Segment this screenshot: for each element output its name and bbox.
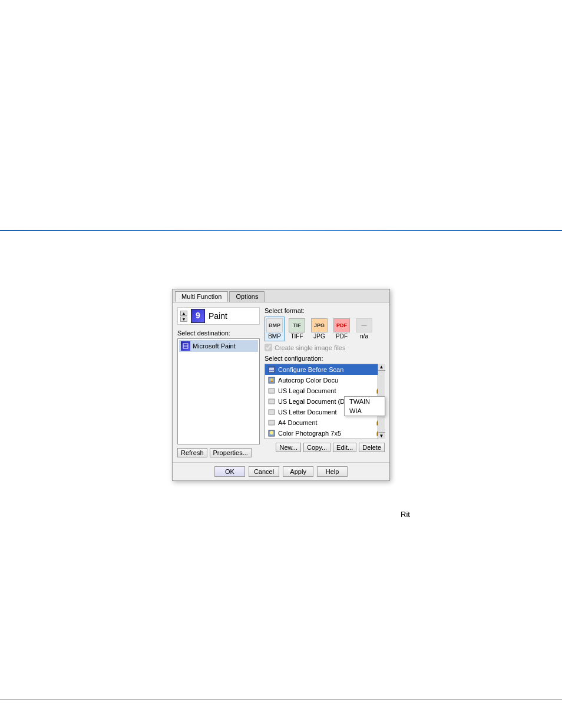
config-item-label-1: Autocrop Color Docu: [278, 377, 338, 384]
bottom-divider-line: [0, 699, 562, 700]
delete-button[interactable]: Delete: [359, 443, 385, 452]
na-label: n/a: [356, 333, 372, 340]
config-icon-6: [267, 429, 276, 437]
single-image-checkbox-row: Create single image files: [265, 344, 385, 351]
app-header: ▲ ▼ 9 Paint: [177, 307, 260, 325]
tiff-label: TIFF: [289, 333, 305, 340]
format-bmp-btn[interactable]: BMP BMP: [265, 317, 285, 341]
config-item-label-0: Configure Before Scan: [278, 366, 343, 373]
dropdown-twain[interactable]: TWAIN: [345, 397, 385, 406]
left-bottom-btns: Refresh Properties...: [177, 448, 260, 457]
svg-rect-10: [269, 389, 274, 393]
scroll-up-btn[interactable]: ▲: [378, 364, 385, 371]
format-section-label: Select format:: [265, 307, 385, 314]
dialog-wrapper: Multi Function Options ▲ ▼ 9 Paint Selec…: [172, 289, 390, 481]
new-button[interactable]: New...: [276, 443, 301, 452]
top-divider-line: [0, 230, 562, 231]
config-icon-0: [267, 365, 276, 374]
config-item-label-2: US Legal Document: [278, 387, 336, 394]
dialog-footer: OK Cancel Apply Help: [173, 462, 389, 480]
svg-rect-8: [270, 381, 273, 382]
config-item-label-4: US Letter Document: [278, 409, 337, 416]
config-list-container: Configure Before Scan Autocrop Color Do: [265, 364, 385, 439]
jpg-label: JPG: [311, 333, 328, 340]
svg-rect-3: [269, 368, 274, 369]
rit-label: Rit: [401, 510, 410, 519]
bmp-label: BMP: [266, 333, 283, 340]
svg-rect-16: [269, 410, 274, 414]
config-icon-3: [267, 397, 276, 406]
svg-point-7: [270, 378, 273, 381]
tab-options[interactable]: Options: [229, 291, 265, 302]
single-image-label: Create single image files: [275, 344, 345, 351]
svg-rect-4: [269, 370, 274, 371]
svg-rect-13: [269, 400, 274, 403]
jpg-icon: JPG: [311, 318, 328, 332]
right-panel: Select format: BMP BMP TIF TIFF JPG JPG: [265, 307, 385, 457]
config-item-5[interactable]: A4 Document: [265, 417, 384, 428]
dest-item-mspaint[interactable]: Microsoft Paint: [179, 340, 258, 352]
pdf-icon: PDF: [333, 318, 350, 332]
svg-rect-5: [269, 371, 274, 372]
config-icon-5: [267, 419, 276, 427]
config-section-label: Select configuration:: [265, 355, 385, 362]
tab-multi-function[interactable]: Multi Function: [175, 291, 228, 302]
arrow-up-btn[interactable]: ▲: [180, 311, 187, 316]
svg-rect-19: [269, 421, 274, 424]
app-arrows: ▲ ▼: [180, 311, 187, 322]
dialog-body: ▲ ▼ 9 Paint Select destination:: [173, 302, 389, 462]
refresh-button[interactable]: Refresh: [177, 448, 207, 457]
format-pdf-btn[interactable]: PDF PDF: [332, 317, 352, 341]
dest-list[interactable]: Microsoft Paint: [177, 338, 260, 444]
config-item-label-6: Color Photograph 7x5: [278, 430, 341, 437]
paint-app-icon: 9: [191, 309, 205, 323]
format-tiff-btn[interactable]: TIF TIFF: [287, 317, 307, 341]
config-item-0[interactable]: Configure Before Scan: [265, 364, 384, 375]
config-action-buttons: New... Copy... Edit... Delete: [265, 443, 385, 452]
config-icon-1: [267, 376, 276, 384]
help-button[interactable]: Help: [317, 466, 348, 477]
config-item-1[interactable]: Autocrop Color Docu ✓: [265, 375, 384, 386]
dialog-tab-bar: Multi Function Options: [173, 289, 389, 302]
format-icons-row: BMP BMP TIF TIFF JPG JPG PDF PDF: [265, 317, 385, 341]
cancel-button[interactable]: Cancel: [249, 466, 279, 477]
config-list[interactable]: Configure Before Scan Autocrop Color Do: [265, 364, 385, 439]
svg-point-23: [270, 431, 273, 434]
properties-button[interactable]: Properties...: [210, 448, 252, 457]
tiff-icon: TIF: [289, 318, 305, 332]
config-item-6[interactable]: Color Photograph 7x5: [265, 428, 384, 439]
apply-button[interactable]: Apply: [283, 466, 313, 477]
bmp-icon: BMP: [266, 318, 283, 332]
app-title-label: Paint: [209, 311, 227, 321]
dropdown-wia[interactable]: WIA: [345, 406, 385, 416]
na-icon: —: [356, 318, 372, 332]
ok-button[interactable]: OK: [214, 466, 245, 477]
config-icon-4: [267, 408, 276, 416]
config-item-label-5: A4 Document: [278, 419, 318, 426]
ms-paint-dest-icon: [181, 341, 190, 351]
main-dialog: Multi Function Options ▲ ▼ 9 Paint Selec…: [172, 289, 390, 481]
dest-section-label: Select destination:: [177, 330, 260, 337]
config-item-2[interactable]: US Legal Document: [265, 386, 384, 396]
config-icon-2: [267, 387, 276, 395]
edit-button[interactable]: Edit...: [333, 443, 356, 452]
arrow-down-btn[interactable]: ▼: [180, 317, 187, 322]
format-na-btn[interactable]: — n/a: [354, 317, 374, 341]
dest-item-label: Microsoft Paint: [193, 342, 236, 350]
scroll-down-btn[interactable]: ▼: [378, 432, 385, 439]
single-image-checkbox[interactable]: [265, 344, 272, 351]
pdf-label: PDF: [333, 333, 350, 340]
left-panel: ▲ ▼ 9 Paint Select destination:: [177, 307, 260, 457]
page-top-content: [0, 0, 562, 230]
driver-dropdown: TWAIN WIA: [344, 396, 385, 416]
format-jpg-btn[interactable]: JPG JPG: [309, 317, 329, 341]
copy-button[interactable]: Copy...: [303, 443, 330, 452]
